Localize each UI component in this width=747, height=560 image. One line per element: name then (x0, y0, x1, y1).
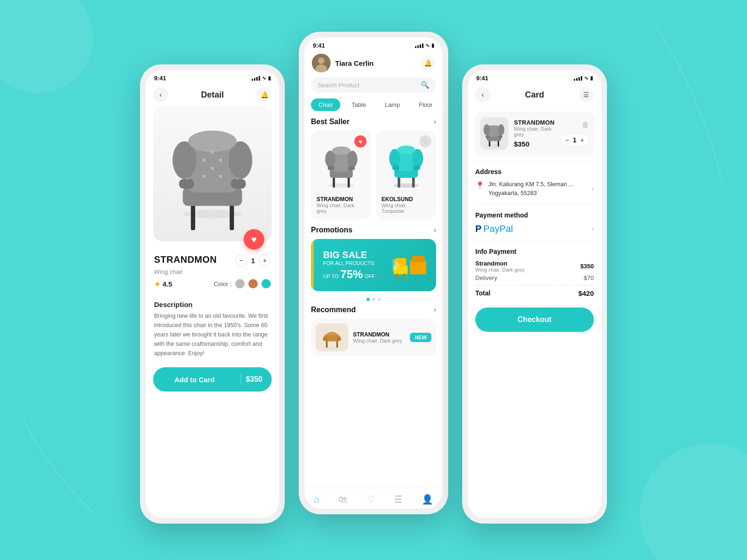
svg-point-19 (318, 57, 324, 64)
svg-point-28 (332, 147, 351, 155)
recommend-name: STRANDMON (353, 331, 405, 338)
bottom-navigation: ⌂ 🛍 ♡ ☰ 👤 (304, 488, 443, 509)
best-seller-header: Best Saller › (304, 118, 443, 131)
nav-heart[interactable]: ♡ (367, 494, 375, 505)
nav-list[interactable]: ☰ (394, 494, 402, 505)
add-to-card-price: $350 (246, 375, 272, 384)
card-item-image (480, 117, 508, 150)
product-info: STRANDMON − 1 + Wing chair ★ 4.5 Color : (146, 241, 279, 301)
dashed-divider (475, 285, 594, 286)
search-icon[interactable]: 🔍 (421, 81, 430, 89)
description-section: Description Bringing new life to an old … (146, 301, 279, 364)
favorite-button-detail[interactable]: ♥ (244, 229, 264, 250)
signal-icon-2 (415, 43, 423, 48)
heart-badge-2[interactable]: ♡ (419, 135, 431, 147)
address-line-1: Jln. Kaliurang KM 7.5, Sleman ... (488, 180, 573, 189)
address-row[interactable]: 📍 Jln. Kaliurang KM 7.5, Sleman ... Yogy… (475, 180, 594, 198)
recommend-image (316, 323, 348, 351)
nav-home[interactable]: ⌂ (314, 494, 319, 505)
recommend-card[interactable]: STRANDMON Wing chair, Dark grey NEW (311, 319, 436, 356)
card-page-title: Card (525, 90, 544, 100)
heart-badge-1[interactable]: ♥ (354, 135, 366, 147)
status-bar-2: 9:41 ∿ ▮ (304, 37, 443, 51)
qty-decrease[interactable]: − (235, 254, 247, 266)
svg-rect-44 (412, 256, 424, 262)
card-top-nav: ‹ Card ☰ (468, 84, 601, 106)
paypal-text: PayPal (483, 224, 513, 234)
user-info: Tiara Cerlin (312, 54, 374, 72)
color-option-brown[interactable] (248, 279, 258, 288)
qty-value: 1 (251, 257, 255, 265)
qty-increase-card[interactable]: + (580, 136, 584, 144)
bell-button-detail[interactable]: 🔔 (257, 87, 272, 102)
svg-rect-3 (191, 203, 195, 231)
message-button-card[interactable]: ☰ (579, 87, 594, 102)
wifi-icon-2: ∿ (425, 42, 430, 49)
recommend-arrow[interactable]: › (434, 306, 436, 314)
paypal-row[interactable]: P PayPal › (475, 224, 594, 234)
search-bar[interactable]: Search Product 🔍 (311, 77, 436, 93)
svg-rect-29 (327, 166, 334, 170)
svg-rect-11 (231, 179, 246, 189)
back-button-detail[interactable]: ‹ (153, 87, 168, 102)
product-card-sub-2: Wing chair, Turquoise (381, 203, 430, 214)
product-name-1: STRANDMON (154, 254, 217, 265)
address-line-2: Yogyakarta, 55283 (488, 189, 573, 198)
categories-row: Chair Table Lamp Floor Sofa (304, 98, 443, 118)
product-card-1[interactable]: ♥ (311, 131, 371, 219)
promo-banner[interactable]: BIG SALE FOR ALL PRODUCTS UP TO 75% OFF (311, 239, 436, 291)
promo-dots (304, 298, 443, 301)
phone-browse: 9:41 ∿ ▮ (299, 32, 448, 514)
svg-point-53 (485, 144, 503, 147)
battery-icon-3: ▮ (590, 75, 593, 81)
add-to-card-button[interactable]: Add to Card $350 (153, 367, 272, 392)
svg-rect-4 (230, 203, 234, 231)
svg-point-17 (219, 175, 222, 178)
info-title: Info Payment (475, 248, 594, 255)
phone-card: 9:41 ∿ ▮ ‹ Card ☰ (462, 64, 607, 524)
promotions-header: Promotions › (304, 226, 443, 239)
trash-button[interactable]: 🗑 (582, 121, 589, 129)
status-icons-1: ∿ ▮ (252, 75, 271, 81)
svg-rect-40 (413, 165, 420, 170)
qty-increase[interactable]: + (259, 254, 271, 266)
svg-rect-46 (403, 273, 405, 279)
best-seller-arrow[interactable]: › (434, 118, 436, 126)
svg-point-26 (325, 151, 335, 168)
address-text-block: Jln. Kaliurang KM 7.5, Sleman ... Yogyak… (488, 180, 573, 198)
nav-profile[interactable]: 👤 (422, 494, 433, 505)
color-option-teal[interactable] (261, 279, 271, 288)
category-floor[interactable]: Floor (411, 98, 440, 111)
chair-image-area: ♥ (153, 106, 272, 241)
svg-point-58 (484, 124, 490, 135)
color-option-gray[interactable] (235, 279, 245, 288)
qty-decrease-card[interactable]: − (565, 136, 569, 144)
user-name: Tiara Cerlin (335, 59, 374, 67)
promo-percent: 75% (340, 268, 363, 281)
svg-point-47 (323, 346, 341, 350)
card-item-sub: Wing chair, Dark grey (514, 126, 555, 137)
dot-3 (378, 298, 381, 301)
category-lamp[interactable]: Lamp (377, 98, 408, 111)
card-item-price: $350 (514, 140, 555, 148)
back-button-card[interactable]: ‹ (475, 87, 490, 102)
promo-sub1: FOR ALL PRODUCTS (323, 260, 375, 266)
svg-rect-45 (396, 273, 398, 279)
delivery-price: $70 (584, 274, 594, 281)
category-table[interactable]: Table (344, 98, 374, 111)
product-card-name-2: EKOLSUND (381, 196, 430, 203)
info-item-sub: Wing chair, Dark grey (475, 267, 524, 273)
bell-button-browse[interactable]: 🔔 (420, 56, 435, 70)
checkout-button[interactable]: Checkout (475, 308, 594, 332)
category-chair[interactable]: Chair (311, 98, 340, 111)
battery-icon-2: ▮ (431, 42, 434, 49)
product-card-2[interactable]: ♡ (376, 131, 436, 219)
info-section: Info Payment Strandmon Wing chair, Dark … (468, 241, 601, 304)
phones-container: 9:41 ∿ ▮ ‹ Detail 🔔 (140, 36, 607, 524)
address-title: Address (475, 168, 594, 175)
total-label: Total (475, 289, 490, 297)
promotions-arrow[interactable]: › (434, 226, 436, 234)
total-row: Total $420 (475, 289, 594, 297)
best-seller-title: Best Saller (311, 118, 350, 126)
nav-bag[interactable]: 🛍 (338, 494, 348, 505)
